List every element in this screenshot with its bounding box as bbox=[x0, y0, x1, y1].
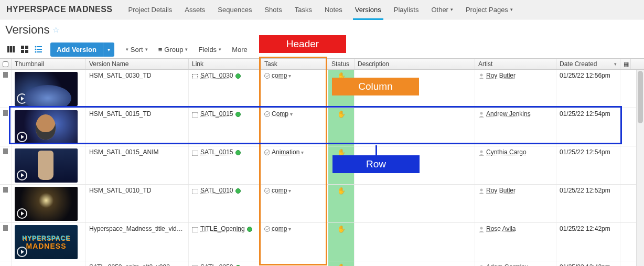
nav-playlists[interactable]: Playlists bbox=[388, 0, 425, 19]
link-text[interactable]: SATL_0015 bbox=[200, 110, 233, 118]
task-caret-icon: ▾ bbox=[290, 111, 293, 117]
task-caret-icon: ▾ bbox=[301, 150, 304, 155]
row-checkbox[interactable] bbox=[3, 148, 8, 154]
add-column-button[interactable]: ▦ bbox=[620, 59, 631, 69]
nav-assets[interactable]: Assets bbox=[178, 0, 211, 19]
more-button[interactable]: More bbox=[228, 44, 252, 56]
grid-header: Thumbnail Version Name Link Task Status … bbox=[0, 58, 644, 70]
version-name: HSM_SATL_0015_ANIM bbox=[86, 146, 189, 184]
nav-project-details[interactable]: Project Details bbox=[122, 0, 179, 19]
page-title-row: Versions ☆ bbox=[0, 19, 644, 40]
versions-grid: Thumbnail Version Name Link Task Status … bbox=[0, 58, 644, 266]
version-name: Hyperspace_Madness_title_vid… bbox=[86, 223, 189, 261]
svg-rect-18 bbox=[197, 76, 198, 77]
artist-link[interactable]: Adam Gormley bbox=[486, 263, 528, 266]
col-status[interactable]: Status bbox=[328, 59, 355, 69]
group-button[interactable]: ≡Group▾ bbox=[154, 44, 192, 56]
vertical-scrollbar[interactable] bbox=[636, 70, 644, 266]
scrollbar-thumb[interactable] bbox=[638, 71, 643, 123]
col-artist[interactable]: Artist bbox=[475, 59, 556, 69]
artist-link[interactable]: Rose Avila bbox=[486, 225, 516, 232]
svg-rect-27 bbox=[192, 151, 198, 156]
version-name: HSM_SATL_0015_TD bbox=[86, 108, 189, 146]
thumbnail[interactable] bbox=[15, 110, 78, 144]
row-checkbox[interactable] bbox=[3, 110, 8, 116]
select-all-checkbox[interactable] bbox=[0, 59, 12, 69]
film-icon bbox=[192, 73, 198, 79]
add-version-button[interactable]: Add Version bbox=[50, 42, 103, 57]
col-thumbnail[interactable]: Thumbnail bbox=[12, 59, 86, 69]
view-column-button[interactable] bbox=[4, 42, 18, 56]
thumbnail[interactable] bbox=[15, 187, 78, 221]
description-cell bbox=[355, 223, 475, 261]
view-grid-button[interactable] bbox=[18, 42, 31, 56]
col-date-created[interactable]: Date Created▾ bbox=[556, 59, 620, 69]
svg-point-29 bbox=[480, 150, 483, 153]
star-icon[interactable]: ☆ bbox=[52, 25, 59, 35]
play-icon[interactable] bbox=[17, 132, 27, 142]
nav-versions[interactable]: Versions bbox=[349, 0, 388, 19]
task-link[interactable]: Animation bbox=[272, 148, 299, 156]
task-caret-icon: ▾ bbox=[288, 226, 291, 232]
nav-project-pages[interactable]: Project Pages▾ bbox=[459, 0, 519, 19]
task-link[interactable]: comp bbox=[272, 225, 287, 232]
nav-tasks[interactable]: Tasks bbox=[288, 0, 318, 19]
col-task[interactable]: Task bbox=[261, 59, 328, 69]
row-checkbox[interactable] bbox=[3, 225, 8, 231]
play-icon[interactable] bbox=[17, 170, 27, 180]
link-text[interactable]: TITLE_Opening bbox=[200, 225, 245, 232]
row-checkbox[interactable] bbox=[3, 72, 8, 78]
top-nav: HYPERSPACE MADNESS Project Details Asset… bbox=[0, 0, 644, 19]
col-link[interactable]: Link bbox=[189, 59, 261, 69]
artist-link[interactable]: Cynthia Cargo bbox=[486, 148, 527, 156]
col-description[interactable]: Description bbox=[355, 59, 475, 69]
nav-sequences[interactable]: Sequences bbox=[211, 0, 258, 19]
svg-point-21 bbox=[480, 73, 483, 76]
link-text[interactable]: SATL_0250 bbox=[200, 263, 233, 266]
date-text: 01/25/22 12:54pm bbox=[560, 110, 610, 118]
svg-rect-2 bbox=[13, 46, 15, 52]
table-row[interactable]: HYPERSPACEMADNESS Hyperspace_Madness_tit… bbox=[0, 223, 644, 261]
hand-icon: ✋ bbox=[337, 187, 346, 195]
play-icon[interactable] bbox=[17, 208, 27, 219]
task-link[interactable]: comp bbox=[272, 72, 287, 79]
artist-link[interactable]: Roy Butler bbox=[486, 187, 516, 194]
nav-notes[interactable]: Notes bbox=[318, 0, 349, 19]
table-row[interactable]: HSM_SATL_0015_TD SATL_0015 Comp▾ ✋ Andre… bbox=[0, 108, 644, 146]
artist-link[interactable]: Andrew Jenkins bbox=[486, 110, 531, 118]
person-icon bbox=[478, 73, 485, 79]
svg-rect-0 bbox=[7, 46, 9, 52]
table-row[interactable]: HSM_SATL_0030_TD SATL_0030 comp▾ ✋ Roy B… bbox=[0, 70, 644, 108]
fields-button[interactable]: Fields▾ bbox=[194, 44, 226, 56]
play-icon[interactable] bbox=[17, 247, 27, 257]
play-icon[interactable] bbox=[17, 93, 27, 104]
col-version-name[interactable]: Version Name bbox=[86, 59, 189, 69]
link-text[interactable]: SATL_0015 bbox=[200, 148, 233, 156]
group-icon: ≡ bbox=[158, 46, 163, 54]
add-version-dropdown[interactable]: ▾ bbox=[103, 42, 114, 57]
row-checkbox[interactable] bbox=[3, 187, 8, 193]
artist-link[interactable]: Roy Butler bbox=[486, 72, 516, 79]
nav-other[interactable]: Other▾ bbox=[425, 0, 459, 19]
thumbnail[interactable] bbox=[15, 148, 78, 183]
svg-rect-33 bbox=[192, 227, 198, 232]
view-list-button[interactable] bbox=[31, 42, 45, 56]
thumbnail[interactable] bbox=[15, 72, 78, 106]
task-link[interactable]: Comp bbox=[272, 110, 288, 118]
person-icon bbox=[478, 226, 485, 232]
thumbnail[interactable]: HYPERSPACEMADNESS bbox=[15, 225, 78, 259]
check-icon bbox=[264, 150, 270, 155]
link-text[interactable]: SATL_0010 bbox=[200, 187, 233, 194]
table-row[interactable]: HSM_SATL_0015_ANIM SATL_0015 Animation▾ … bbox=[0, 146, 644, 185]
check-icon bbox=[264, 226, 270, 232]
link-text[interactable]: SATL_0030 bbox=[200, 72, 233, 79]
table-row[interactable]: HSM_SATL_0010_TD SATL_0010 comp▾ ✋ Roy B… bbox=[0, 185, 644, 223]
sort-button[interactable]: ▾Sort▾ bbox=[122, 44, 152, 56]
table-row[interactable]: SATL_0250_anim_alt2_v003 SATL_0250 ✋ Ada… bbox=[0, 261, 644, 266]
svg-rect-15 bbox=[192, 76, 193, 77]
nav-shots[interactable]: Shots bbox=[258, 0, 288, 19]
add-version-group: Add Version ▾ bbox=[50, 42, 114, 57]
chevron-down-icon: ▾ bbox=[219, 47, 221, 52]
person-icon bbox=[478, 188, 485, 194]
task-link[interactable]: comp bbox=[272, 187, 287, 194]
